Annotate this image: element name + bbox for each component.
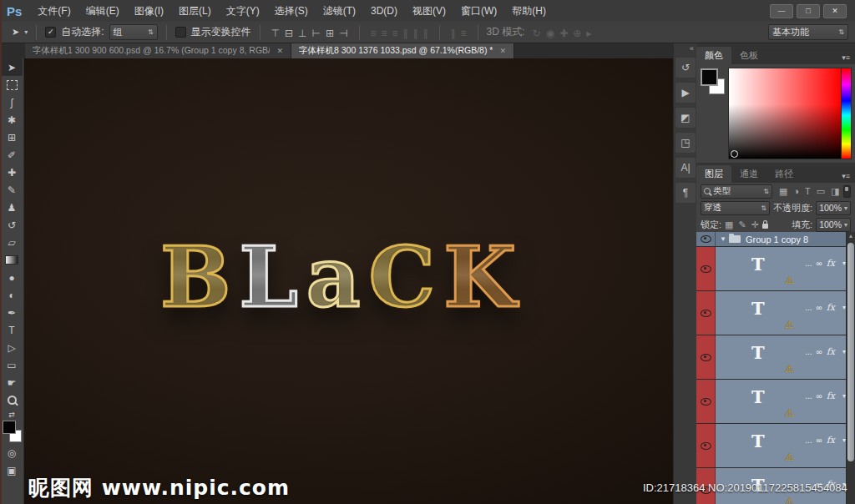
opacity-select[interactable]: 100% ▾ (816, 201, 851, 215)
filter-kind-icon[interactable]: ▦ (779, 186, 787, 197)
scroll-up-icon[interactable]: ▲ (847, 232, 855, 240)
tab-layers[interactable]: 图层 (696, 165, 731, 183)
minimize-button[interactable]: — (770, 4, 793, 18)
tab-paths[interactable]: 路径 (766, 165, 802, 183)
pen-tool[interactable]: ✒ (1, 304, 23, 321)
layer-effects-badge[interactable]: fx (827, 302, 835, 313)
text-layer-thumbnail[interactable]: T (751, 254, 765, 275)
menu-item[interactable]: 选择(S) (267, 5, 316, 17)
filter-kind-icon[interactable]: T (805, 186, 811, 197)
character-panel-icon[interactable]: A| (675, 157, 696, 179)
layer-visibility-toggle[interactable] (696, 335, 716, 379)
text-layer-thumbnail[interactable]: T (751, 431, 765, 451)
path-selection-tool[interactable]: ▷ (1, 339, 23, 356)
layer-visibility-toggle[interactable] (696, 291, 716, 335)
maximize-button[interactable]: □ (797, 4, 820, 18)
text-layer-thumbnail[interactable]: T (751, 298, 765, 319)
blend-mode-select[interactable]: 穿透 ⇅ (701, 201, 770, 215)
menu-item[interactable]: 视图(V) (405, 5, 453, 17)
clone-stamp-tool[interactable]: ♟ (1, 199, 23, 216)
tab-color[interactable]: 颜色 (696, 47, 731, 64)
layer-comps-panel-icon[interactable]: ◳ (675, 132, 696, 154)
menu-item[interactable]: 图层(L) (171, 5, 219, 17)
disclosure-triangle-icon[interactable]: ▼ (720, 235, 726, 243)
screen-mode-button[interactable]: ▣ (1, 461, 23, 479)
text-layer-row[interactable]: T ... ∞ fx ▾ ⚠ (696, 424, 855, 468)
filter-type-select[interactable]: 类型 ⇅ (701, 184, 772, 199)
tab-swatches[interactable]: 色板 (731, 47, 766, 64)
menu-item[interactable]: 帮助(H) (504, 5, 554, 17)
align-icon[interactable]: ⊟ (282, 28, 296, 39)
text-layer-row[interactable]: T ... ∞ fx ▾ ⚠ (696, 380, 855, 424)
color-cursor[interactable] (731, 150, 738, 158)
saturation-brightness-field[interactable] (728, 68, 842, 159)
zoom-tool[interactable] (1, 391, 23, 409)
move-tool-icon[interactable]: ➤ (12, 27, 19, 38)
panel-menu-icon[interactable]: ▾≡ (842, 172, 855, 183)
dodge-tool[interactable]: ◐ (1, 286, 23, 304)
tool-preset-dropdown-icon[interactable]: ▾ (24, 28, 28, 36)
text-layer-row[interactable]: T ... ∞ fx ▾ ⚠ (696, 291, 855, 335)
brush-tool[interactable]: ✎ (1, 181, 23, 199)
text-layer-thumbnail[interactable]: T (751, 342, 765, 363)
hand-tool[interactable]: ☛ (1, 374, 23, 391)
menu-item[interactable]: 文件(F) (30, 5, 78, 17)
menu-item[interactable]: 滤镜(T) (316, 5, 363, 17)
layer-visibility-toggle[interactable] (696, 380, 716, 423)
align-icon[interactable]: ⊤ (269, 28, 282, 39)
align-icon[interactable]: ⊢ (310, 28, 323, 39)
quick-mask-button[interactable]: ◎ (1, 444, 23, 461)
filter-kind-icon[interactable]: ▭ (817, 186, 825, 197)
marquee-tool[interactable] (1, 76, 23, 93)
group-name[interactable]: Group 1 copy 8 (746, 234, 808, 244)
history-panel-icon[interactable]: ↺ (675, 57, 696, 78)
adjustments-panel-icon[interactable]: ◩ (675, 107, 696, 129)
lock-all-icon[interactable] (762, 224, 768, 229)
lasso-tool[interactable]: ʃ (1, 93, 23, 111)
layer-visibility-toggle[interactable] (696, 232, 716, 246)
foreground-color-swatch[interactable] (3, 421, 16, 434)
layer-effects-badge[interactable]: fx (827, 435, 835, 446)
quick-selection-tool[interactable]: ✱ (1, 111, 23, 129)
tab-channels[interactable]: 通道 (731, 165, 766, 183)
filter-toggle-switch[interactable] (843, 185, 851, 198)
eyedropper-tool[interactable]: ✐ (1, 146, 23, 164)
auto-select-target-select[interactable]: 组 ⇅ (109, 24, 158, 40)
eraser-tool[interactable]: ▱ (1, 234, 23, 251)
layer-group-row[interactable]: ▼ Group 1 copy 8 (696, 232, 855, 247)
auto-select-checkbox[interactable]: ✓ (45, 27, 56, 38)
lock-option-icon[interactable]: ▦ (725, 219, 733, 230)
show-transform-checkbox[interactable] (175, 27, 186, 38)
scrollbar-thumb[interactable] (847, 243, 854, 461)
fill-select[interactable]: 100% ▾ (816, 218, 851, 232)
type-tool[interactable]: T (1, 321, 23, 339)
menu-item[interactable]: 图像(I) (127, 5, 171, 17)
align-icon[interactable]: ⊥ (296, 28, 309, 39)
menu-item[interactable]: 编辑(E) (78, 5, 127, 17)
hue-slider[interactable] (841, 68, 852, 159)
foreground-color-swatch[interactable] (701, 68, 718, 86)
shape-tool[interactable]: ▭ (1, 356, 23, 374)
blur-tool[interactable]: ● (1, 269, 23, 286)
text-layer-thumbnail[interactable]: T (751, 386, 765, 407)
text-layer-row[interactable]: T ... ∞ fx ▾ ⚠ (696, 335, 855, 380)
lock-option-icon[interactable]: ✛ (751, 219, 759, 230)
layers-scrollbar[interactable]: ▲ (846, 232, 855, 504)
layer-effects-badge[interactable]: fx (827, 391, 835, 401)
layer-effects-badge[interactable]: fx (827, 346, 835, 357)
layer-visibility-toggle[interactable] (696, 424, 716, 467)
align-icon[interactable]: ⊣ (336, 28, 350, 39)
text-layer-row[interactable]: T ... ∞ fx ▾ ⚠ (696, 247, 855, 291)
menu-item[interactable]: 3D(D) (363, 5, 405, 17)
document-canvas[interactable]: BLaCK 昵图网 www.nipic.com (23, 58, 673, 504)
history-brush-tool[interactable]: ↺ (1, 216, 23, 234)
layer-effects-badge[interactable]: fx (827, 258, 835, 269)
document-tab[interactable]: 字体样机8 300 1376 1033.psd @ 67.1%(RGB/8) *… (291, 43, 514, 58)
filter-kind-icon[interactable]: ◨ (831, 186, 839, 197)
paragraph-panel-icon[interactable]: ¶ (675, 182, 696, 204)
close-button[interactable]: ✕ (823, 4, 847, 18)
menu-item[interactable]: 窗口(W) (453, 5, 504, 17)
healing-brush-tool[interactable]: ✚ (1, 164, 23, 181)
layer-visibility-toggle[interactable] (696, 247, 716, 290)
panel-menu-icon[interactable]: ▾≡ (842, 53, 855, 64)
